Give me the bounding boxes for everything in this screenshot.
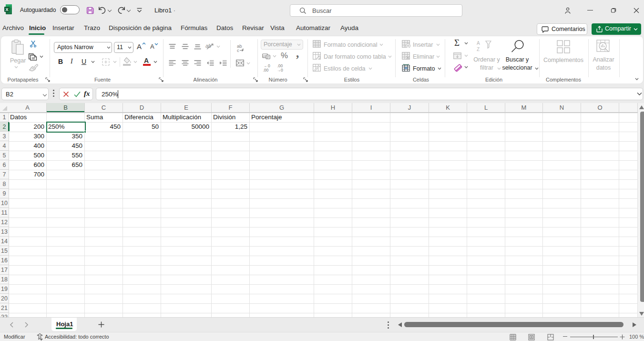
svg-text:A: A [477,41,480,46]
svg-text:.00: .00 [263,68,269,72]
svg-text:→0: →0 [277,68,284,72]
svg-text:c: c [237,48,239,52]
svg-text:X: X [5,7,8,12]
svg-text:Z: Z [477,47,480,52]
